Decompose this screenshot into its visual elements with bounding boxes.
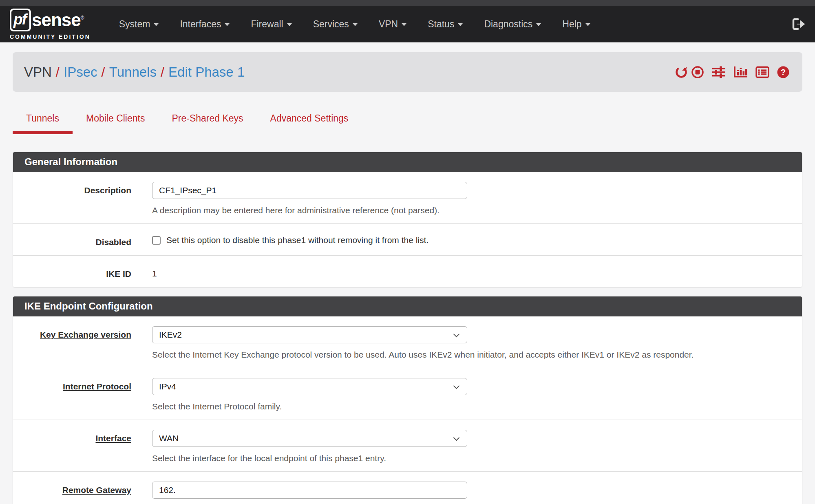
brand-name: sense® xyxy=(32,11,84,29)
internet-protocol-label: Internet Protocol xyxy=(13,378,131,411)
chevron-down-icon xyxy=(154,23,159,26)
registered-mark: ® xyxy=(81,15,84,21)
svg-text:?: ? xyxy=(781,67,786,77)
description-help: A description may be entered here for ad… xyxy=(152,206,802,215)
help-circle-icon[interactable]: ? xyxy=(776,65,790,79)
breadcrumb-separator: / xyxy=(97,64,109,80)
breadcrumb-root: VPN xyxy=(24,64,52,80)
pfsense-logo[interactable]: pf sense® COMMUNITY EDITION xyxy=(10,9,91,40)
chevron-down-icon xyxy=(453,331,460,338)
form-row-internet-protocol: Internet Protocol IPv4 Select the Intern… xyxy=(13,368,802,420)
form-row-ike-id: IKE ID 1 xyxy=(13,255,802,287)
tab-tunnels[interactable]: Tunnels xyxy=(13,111,73,134)
key-exchange-version-help: Select the Internet Key Exchange protoco… xyxy=(152,350,802,360)
chevron-down-icon xyxy=(536,23,541,26)
key-exchange-version-value: IKEv2 xyxy=(159,330,182,340)
ike-id-label: IKE ID xyxy=(13,265,131,279)
description-label: Description xyxy=(13,182,131,215)
chevron-down-icon xyxy=(287,23,292,26)
breadcrumb-bar: VPN/IPsec/Tunnels/Edit Phase 1 xyxy=(13,52,802,92)
sliders-icon[interactable] xyxy=(711,65,727,79)
nav-menu: System Interfaces Firewall Services VPN … xyxy=(108,19,791,30)
list-icon[interactable] xyxy=(755,65,770,79)
description-input[interactable] xyxy=(152,182,467,199)
bar-chart-icon[interactable] xyxy=(733,65,749,79)
chevron-down-icon xyxy=(353,23,358,26)
tab-bar: Tunnels Mobile Clients Pre-Shared Keys A… xyxy=(13,111,802,134)
interface-label: Interface xyxy=(13,430,131,463)
tab-pre-shared-keys[interactable]: Pre-Shared Keys xyxy=(158,111,256,134)
remote-gateway-label: Remote Gateway xyxy=(13,482,131,504)
brand-edition: COMMUNITY EDITION xyxy=(10,33,91,40)
chevron-down-icon xyxy=(402,23,406,26)
breadcrumb-separator: / xyxy=(52,64,64,80)
internet-protocol-help: Select the Internet Protocol family. xyxy=(152,402,802,411)
panel-title-ike-endpoint-configuration: IKE Endpoint Configuration xyxy=(13,296,802,316)
nav-item-firewall[interactable]: Firewall xyxy=(240,19,302,30)
main-navbar: pf sense® COMMUNITY EDITION System Inter… xyxy=(0,6,815,42)
breadcrumb: VPN/IPsec/Tunnels/Edit Phase 1 xyxy=(24,64,245,80)
breadcrumb-actions: ? xyxy=(668,65,790,79)
general-information-panel: General Information Description A descri… xyxy=(13,152,802,287)
stop-icon[interactable] xyxy=(691,65,705,79)
refresh-icon[interactable] xyxy=(674,65,688,79)
breadcrumb-link-ipsec[interactable]: IPsec xyxy=(64,64,97,80)
breadcrumb-link-tunnels[interactable]: Tunnels xyxy=(109,64,157,80)
chevron-down-icon xyxy=(225,23,230,26)
tab-mobile-clients[interactable]: Mobile Clients xyxy=(73,111,158,134)
form-row-key-exchange-version: Key Exchange version IKEv2 Select the In… xyxy=(13,316,802,368)
nav-item-system[interactable]: System xyxy=(108,19,170,30)
remote-gateway-input[interactable] xyxy=(152,482,467,499)
pf-logo-box: pf xyxy=(10,9,31,31)
form-row-interface: Interface WAN Select the interface for t… xyxy=(13,420,802,471)
tab-advanced-settings[interactable]: Advanced Settings xyxy=(257,111,362,134)
nav-item-help[interactable]: Help xyxy=(552,19,601,30)
chevron-down-icon xyxy=(585,23,590,26)
interface-help: Select the interface for the local endpo… xyxy=(152,453,802,463)
interface-select[interactable]: WAN xyxy=(152,430,467,447)
key-exchange-version-label: Key Exchange version xyxy=(13,326,131,360)
form-row-description: Description A description may be entered… xyxy=(13,172,802,223)
nav-item-vpn[interactable]: VPN xyxy=(368,19,417,30)
key-exchange-version-select[interactable]: IKEv2 xyxy=(152,326,467,343)
disabled-label: Disabled xyxy=(13,234,131,247)
panel-title-general-information: General Information xyxy=(13,152,802,172)
form-row-disabled: Disabled Set this option to disable this… xyxy=(13,223,802,255)
chevron-down-icon xyxy=(453,435,460,441)
nav-item-diagnostics[interactable]: Diagnostics xyxy=(473,19,552,30)
chevron-down-icon xyxy=(458,23,463,26)
breadcrumb-separator: / xyxy=(157,64,168,80)
window-top-strip xyxy=(0,0,815,6)
nav-item-services[interactable]: Services xyxy=(303,19,368,30)
sign-out-icon[interactable] xyxy=(791,18,805,31)
interface-value: WAN xyxy=(159,433,179,443)
nav-item-status[interactable]: Status xyxy=(417,19,473,30)
ike-endpoint-configuration-panel: IKE Endpoint Configuration Key Exchange … xyxy=(13,296,802,504)
disabled-checkbox-label: Set this option to disable this phase1 w… xyxy=(166,235,428,245)
nav-item-interfaces[interactable]: Interfaces xyxy=(169,19,240,30)
internet-protocol-value: IPv4 xyxy=(159,382,176,391)
ike-id-value: 1 xyxy=(152,265,802,279)
disabled-checkbox[interactable] xyxy=(152,236,161,245)
internet-protocol-select[interactable]: IPv4 xyxy=(152,378,467,395)
breadcrumb-link-edit-phase-1[interactable]: Edit Phase 1 xyxy=(168,64,245,80)
chevron-down-icon xyxy=(453,383,460,389)
form-row-remote-gateway: Remote Gateway Enter the public IP addre… xyxy=(13,471,802,504)
